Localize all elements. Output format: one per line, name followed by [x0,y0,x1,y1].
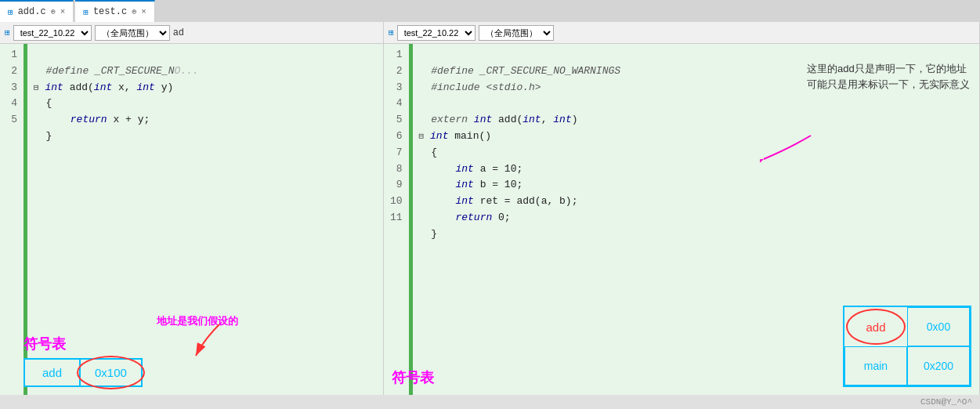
left-line-numbers: 12345 [0,44,25,395]
right-scope-selector[interactable]: test_22_10.22 [397,25,476,41]
left-editor-panel: ⊞ test_22_10.22 （全局范围） ad 12345 #define … [0,22,384,395]
tab-label-test: test.c [93,6,127,17]
tab-icon-test: ⊞ [83,7,89,17]
right-editor-content: 1234567891011 #define _CRT_SECURE_NO_WAR… [384,44,979,395]
left-toolbar: ⊞ test_22_10.22 （全局范围） ad [0,22,383,44]
right-callout-box: 这里的add只是声明一下，它的地址可能只是用来标识一下，无实际意义 [807,61,971,92]
tab-pin-add: ⊕ [51,7,56,16]
tab-test-c[interactable]: ⊞ test.c ⊕ × [75,0,154,22]
tab-add-c[interactable]: ⊞ add.c ⊕ × [0,0,74,22]
left-editor-content: 12345 #define _CRT_SECURE_NO... ⊟ int ad… [0,44,383,395]
right-toolbar-icon: ⊞ [389,27,394,38]
left-toolbar-icon: ⊞ [5,27,10,38]
tabs-bar: ⊞ add.c ⊕ × ⊞ test.c ⊕ × [0,0,980,22]
tab-icon-add: ⊞ [8,7,13,17]
right-bottom-annotation: 符号表 [392,368,434,387]
left-scope-selector[interactable]: test_22_10.22 [13,25,92,41]
right-toolbar: ⊞ test_22_10.22 （全局范围） [384,22,979,44]
main-container: ⊞ add.c ⊕ × ⊞ test.c ⊕ × ⊞ test_22_10.22… [0,0,980,409]
right-scope-global[interactable]: （全局范围） [479,25,554,41]
right-symbol-main: main [844,346,907,385]
right-line-numbers: 1234567891011 [384,44,410,395]
tab-close-test[interactable]: × [141,7,146,16]
right-symbol-label: 符号表 [392,370,434,385]
callout-arrow-svg [760,132,815,163]
left-toolbar-text: ad [173,27,184,38]
right-editor-panel: ⊞ test_22_10.22 （全局范围） 1234567891011 #de… [384,22,980,395]
right-symbol-addr-main: 0x200 [907,346,970,385]
bottom-bar: CSDN@Y_^O^ [0,395,980,409]
tab-label-add: add.c [18,6,46,17]
right-symbol-table: add 0x00 main 0x200 [843,306,971,387]
right-symbol-add: add [846,309,906,345]
left-scope-global[interactable]: （全局范围） [95,25,170,41]
tab-pin-test: ⊕ [132,7,136,16]
editors-row: ⊞ test_22_10.22 （全局范围） ad 12345 #define … [0,22,980,395]
watermark: CSDN@Y_^O^ [920,397,972,407]
left-code-area[interactable]: #define _CRT_SECURE_NO... ⊟ int add(int … [27,44,383,395]
right-symbol-addr-add: 0x00 [907,307,970,346]
tab-close-add[interactable]: × [60,7,66,16]
